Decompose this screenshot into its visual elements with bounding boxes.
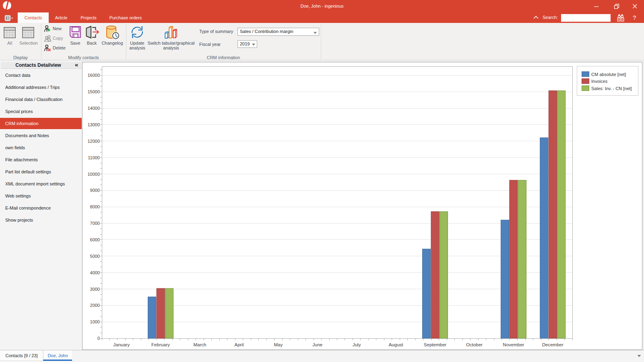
svg-text:November: November	[503, 342, 524, 347]
svg-text:11000: 11000	[88, 155, 100, 160]
svg-text:3000: 3000	[90, 287, 100, 292]
svg-text:February: February	[151, 342, 170, 347]
svg-text:October: October	[466, 342, 483, 347]
svg-text:September: September	[424, 342, 446, 347]
svg-text:April: April	[234, 342, 244, 347]
svg-text:9000: 9000	[90, 188, 100, 193]
svg-text:6000: 6000	[90, 237, 100, 242]
svg-text:0: 0	[97, 336, 100, 341]
svg-text:5000: 5000	[90, 254, 100, 259]
svg-text:CM absolute [net]: CM absolute [net]	[591, 72, 626, 77]
svg-text:March: March	[194, 342, 206, 347]
svg-text:1000: 1000	[90, 319, 100, 324]
svg-text:June: June	[312, 342, 322, 347]
svg-text:December: December	[542, 342, 564, 347]
svg-text:Sales: Inv. - CN [net]: Sales: Inv. - CN [net]	[591, 86, 632, 91]
svg-text:10000: 10000	[87, 172, 100, 177]
svg-text:January: January	[113, 342, 130, 347]
svg-text:15000: 15000	[87, 89, 100, 94]
svg-text:August: August	[389, 342, 404, 347]
svg-text:2000: 2000	[90, 303, 100, 308]
svg-text:14000: 14000	[87, 106, 100, 111]
svg-text:Invoices: Invoices	[591, 79, 608, 84]
svg-text:16000: 16000	[87, 73, 100, 78]
svg-text:7000: 7000	[90, 221, 100, 226]
svg-text:12000: 12000	[87, 139, 100, 144]
svg-text:July: July	[353, 342, 361, 347]
svg-text:8000: 8000	[90, 204, 100, 209]
svg-text:4000: 4000	[90, 270, 100, 275]
svg-text:May: May	[274, 342, 283, 347]
svg-text:13000: 13000	[87, 122, 100, 127]
